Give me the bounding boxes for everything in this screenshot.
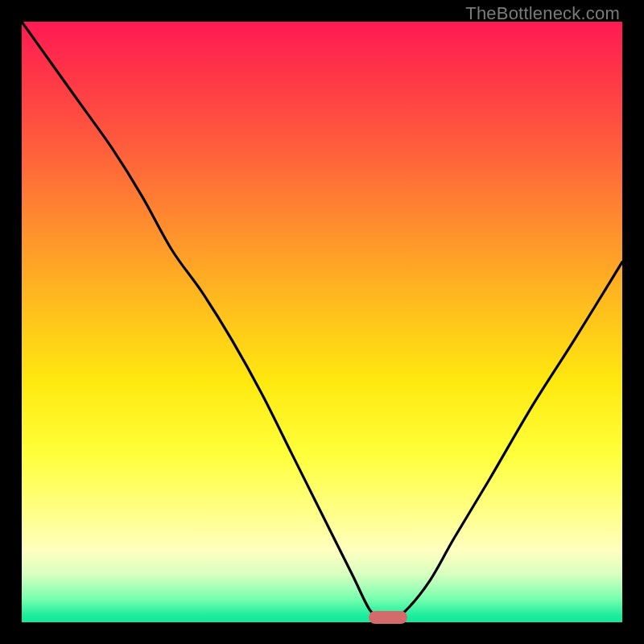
optimum-marker — [369, 611, 407, 624]
plot-area — [22, 22, 622, 622]
chart-frame: TheBottleneck.com — [0, 0, 644, 644]
bottleneck-curve — [22, 22, 622, 622]
